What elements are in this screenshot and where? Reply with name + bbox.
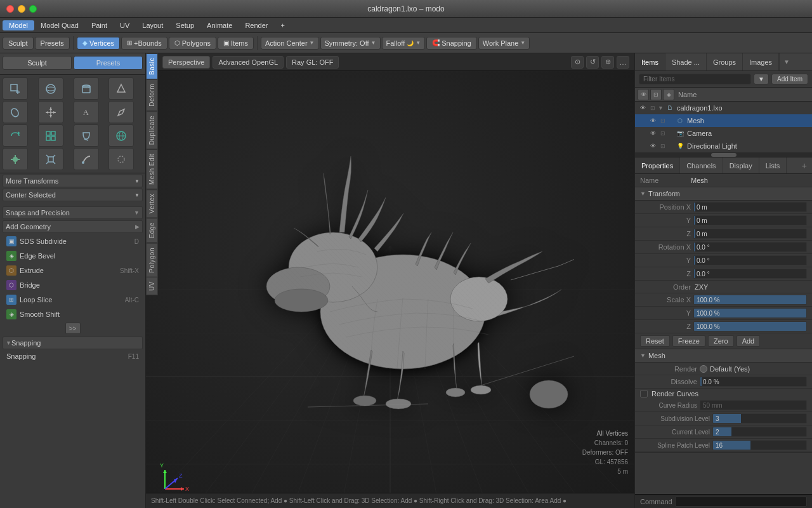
sidebar-tab-basic[interactable]: Basic xyxy=(146,53,158,79)
curve-radius-bar[interactable]: 50 mm xyxy=(700,400,807,410)
sidebar-tab-vertex[interactable]: Vertex xyxy=(146,189,158,218)
menu-paint[interactable]: Paint xyxy=(85,20,114,30)
sculpt-button[interactable]: Sculpt xyxy=(3,37,34,50)
center-selected-dropdown[interactable]: Center Selected ▼ xyxy=(3,189,143,201)
expand-tools-button[interactable]: >> xyxy=(65,323,81,334)
scale-z-bar[interactable]: 100.0 % xyxy=(693,321,807,331)
falloff-dropdown[interactable]: Falloff 🌙 ▼ xyxy=(382,37,426,50)
sidebar-tab-mesh-edit[interactable]: Mesh Edit xyxy=(146,149,158,189)
snapping-header[interactable]: ▼ Snapping xyxy=(3,337,143,349)
viewport-icon-refresh[interactable]: ↺ xyxy=(586,56,599,69)
polygons-button[interactable]: ⬡ Polygons xyxy=(169,37,216,50)
symmetry-dropdown[interactable]: Symmetry: Off ▼ xyxy=(320,37,381,50)
right-tabs-arrow[interactable]: ▼ xyxy=(779,53,794,70)
menu-animate[interactable]: Animate xyxy=(200,20,239,30)
tool-icon-transform[interactable] xyxy=(38,101,63,123)
scale-y-bar[interactable]: 100.0 % xyxy=(693,308,807,318)
action-center-dropdown[interactable]: Action Center ▼ xyxy=(261,37,319,50)
props-tab-properties[interactable]: Properties xyxy=(635,157,680,173)
scale-x-bar[interactable]: 100.0 % xyxy=(693,295,807,305)
tree-lock-file[interactable]: ⊡ xyxy=(648,103,658,113)
tool-extrude[interactable]: ⬡ Extrude Shift-X xyxy=(3,264,143,277)
viewport-tab-opengl[interactable]: Advanced OpenGL xyxy=(213,56,284,69)
tab-groups[interactable]: Groups xyxy=(707,53,743,70)
more-transforms-dropdown[interactable]: More Transforms ▼ xyxy=(3,175,143,187)
mesh-section-header[interactable]: ▼ Mesh xyxy=(635,349,812,363)
dissolve-bar[interactable]: 0.0 % xyxy=(700,377,807,387)
props-tab-channels[interactable]: Channels xyxy=(680,157,723,173)
close-button[interactable] xyxy=(6,5,14,13)
tool-smooth-shift[interactable]: ◈ Smooth Shift xyxy=(3,307,143,321)
tree-expand-file[interactable]: ▼ xyxy=(658,105,665,111)
scroll-thumb[interactable] xyxy=(711,153,737,157)
snapping-button[interactable]: 🧲 Snapping xyxy=(426,37,477,50)
tool-icon-cone[interactable] xyxy=(108,77,134,100)
bounds-button[interactable]: ⊞ +Bounds xyxy=(121,37,167,50)
tool-icon-pen[interactable] xyxy=(108,101,134,123)
filter-input[interactable] xyxy=(639,74,751,84)
tool-icon-cube-add[interactable] xyxy=(3,77,28,100)
tool-icon-move[interactable] xyxy=(3,148,28,170)
tool-edge-bevel[interactable]: ◈ Edge Bevel xyxy=(3,249,143,263)
menu-model[interactable]: Model xyxy=(3,20,34,30)
tool-icon-rotate[interactable] xyxy=(3,124,28,147)
tree-eye-light[interactable]: 👁 xyxy=(648,141,658,151)
menu-setup[interactable]: Setup xyxy=(169,20,200,30)
command-input[interactable] xyxy=(675,497,807,507)
tree-item-light[interactable]: 👁 ⊡ 💡 Directional Light xyxy=(635,140,812,152)
minimize-button[interactable] xyxy=(18,5,25,13)
position-z-bar[interactable]: 0 m xyxy=(693,229,807,239)
add-item-button[interactable]: Add Item xyxy=(771,74,808,84)
sidebar-tab-polygon[interactable]: Polygon xyxy=(146,243,158,277)
presets-button[interactable]: Presets xyxy=(35,37,70,50)
sidebar-tab-uv[interactable]: UV xyxy=(146,277,158,295)
subdivision-bar[interactable]: 3 xyxy=(712,413,807,424)
tool-icon-grid[interactable] xyxy=(38,124,63,147)
tree-lock-light[interactable]: ⊡ xyxy=(658,141,668,151)
tool-icon-cylinder[interactable] xyxy=(74,77,99,100)
tool-loop-slice[interactable]: ⊞ Loop Slice Alt-C xyxy=(3,293,143,307)
add-transform-button[interactable]: Add xyxy=(737,335,761,347)
reset-button[interactable]: Reset xyxy=(640,335,670,347)
items-button[interactable]: ▣ Items xyxy=(218,37,254,50)
menu-model-quad[interactable]: Model Quad xyxy=(34,20,85,30)
props-tab-display[interactable]: Display xyxy=(723,157,759,173)
tree-eye-mesh[interactable]: 👁 xyxy=(648,116,658,126)
viewport-tab-raygl[interactable]: Ray GL: OFF xyxy=(286,56,339,69)
menu-render[interactable]: Render xyxy=(239,20,274,30)
add-geometry-header[interactable]: Add Geometry ▶ xyxy=(3,220,143,233)
tree-lock-mesh[interactable]: ⊡ xyxy=(658,116,668,126)
props-tab-lists[interactable]: Lists xyxy=(759,157,787,173)
freeze-button[interactable]: Freeze xyxy=(672,335,705,347)
tab-images[interactable]: Images xyxy=(743,53,779,70)
rotation-x-bar[interactable]: 0.0 ° xyxy=(693,242,807,252)
sidebar-tab-edge[interactable]: Edge xyxy=(146,218,158,243)
props-add-button[interactable]: + xyxy=(797,157,812,173)
work-plane-dropdown[interactable]: Work Plane ▼ xyxy=(478,37,530,50)
viewport-3d[interactable]: All Vertices Channels: 0 Deformers: OFF … xyxy=(146,71,634,508)
viewport[interactable]: Perspective Advanced OpenGL Ray GL: OFF … xyxy=(146,53,634,508)
vertices-button[interactable]: ◆ Vertices xyxy=(77,37,120,50)
tool-icon-select-lasso[interactable] xyxy=(3,101,28,123)
tool-icon-globe[interactable] xyxy=(108,124,134,147)
tool-icon-paint[interactable] xyxy=(74,148,99,170)
rotation-y-bar[interactable]: 0.0 ° xyxy=(693,255,807,265)
zero-button[interactable]: Zero xyxy=(708,335,734,347)
viewport-icon-search[interactable]: ⊕ xyxy=(601,56,614,69)
tab-items[interactable]: Items xyxy=(635,53,665,70)
menu-layout[interactable]: Layout xyxy=(136,20,169,30)
rotation-z-bar[interactable]: 0.0 ° xyxy=(693,269,807,279)
position-x-bar[interactable]: 0 m xyxy=(693,202,807,212)
menu-uv[interactable]: UV xyxy=(114,20,136,30)
tree-lock-camera[interactable]: ⊡ xyxy=(658,128,668,138)
position-y-bar[interactable]: 0 m xyxy=(693,215,807,225)
sculpt-tab[interactable]: Sculpt xyxy=(3,56,72,70)
presets-tab[interactable]: Presets xyxy=(74,56,143,70)
snaps-precision-header[interactable]: Snaps and Precision ▼ xyxy=(3,206,143,219)
transform-section-header[interactable]: ▼ Transform xyxy=(635,187,812,201)
tool-icon-cup[interactable] xyxy=(74,124,99,147)
tree-item-camera[interactable]: 👁 ⊡ 📷 Camera xyxy=(635,127,812,140)
tool-icon-sphere[interactable] xyxy=(38,77,63,100)
spline-patch-bar[interactable]: 16 xyxy=(712,440,807,450)
menu-plus[interactable]: + xyxy=(274,20,291,30)
